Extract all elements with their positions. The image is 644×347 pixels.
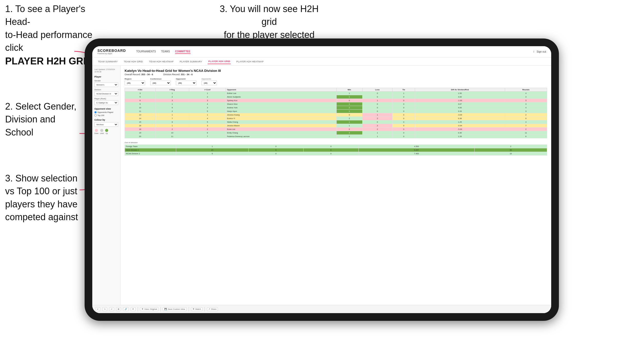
save-custom-btn[interactable]: 💾 Save Custom View [163, 307, 186, 311]
instruction-3-top: 3. You will now see H2H grid for the pla… [213, 3, 326, 41]
ood-row: Foreign Team 100 4.5002 [125, 145, 547, 148]
division-select[interactable]: NCAA Division III [94, 91, 118, 96]
watch-icon: 👁 [193, 308, 195, 310]
table-row: 522 Alexis Sudjianto 100 4.003 [125, 95, 547, 99]
table-row: 1474 Eunice Yi 220 0.389 [125, 117, 547, 120]
main-content: Last Updated: 27/03/2024 16:55:38 Player… [92, 66, 551, 305]
col-diff: Diff Av Strokes/Rnd [415, 88, 505, 92]
gender-label: Gender [94, 80, 118, 82]
app-header: SCOREBOARD Powered by clippd TOURNAMENTS… [92, 46, 551, 57]
sign-out-link[interactable]: Sign out [537, 50, 546, 53]
colour-by-section: Colour by Win/loss Down Level [94, 119, 118, 134]
nav-committee[interactable]: COMMITTEE [175, 50, 190, 54]
region-select[interactable]: (All) [125, 81, 145, 85]
instruction-2: 2. Select Gender, Division and School [5, 100, 87, 139]
table-row: 914 Sharon Mun 100 3.673 [125, 102, 547, 106]
table-row: 1613 Jessica Mason 120 -0.947 [125, 124, 547, 128]
redo-btn[interactable]: ↪ [102, 307, 107, 311]
out-of-division-label: Out of division [125, 141, 547, 144]
col-opponent: Opponent [226, 88, 336, 92]
col-reg: # Reg [155, 88, 189, 92]
col-loss: Loss [362, 88, 393, 92]
watch-label: Watch [195, 308, 201, 310]
opponents-filter: Opponents: (All) [202, 78, 217, 85]
table-row: 1063 Andrea York 200 4.004 [125, 106, 547, 110]
region-filter: Region (All) [125, 78, 145, 85]
col-rounds: Rounds [505, 88, 547, 92]
nav-teams[interactable]: TEAMS [161, 50, 170, 54]
legend-dot-up [105, 129, 108, 132]
header-right: i Sign out [534, 50, 546, 53]
content-area: Katelyn Vo Head-to-Head Grid for Women's… [120, 66, 551, 305]
h2h-table: # Div # Reg # Conf Opponent Win Loss Tie… [125, 88, 547, 138]
player-section-title: Player [94, 75, 118, 78]
legend-down-label: Down [94, 132, 99, 134]
main-nav: TOURNAMENTS TEAMS COMMITTEE [136, 50, 190, 54]
instruction-1: 1. To see a Player's Head- to-Head perfo… [5, 3, 97, 68]
subnav-player-summary[interactable]: PLAYER SUMMARY [179, 59, 203, 64]
main-table-section: # Div # Reg # Conf Opponent Win Loss Tie… [125, 88, 547, 138]
out-of-division-section: Out of division Foreign Team 100 4.5002 … [125, 141, 547, 156]
share-btn[interactable]: ↗ Share [207, 307, 218, 311]
opponent-label: Opponent [176, 78, 196, 80]
page-subtitle: Overall Record: 353 - 34 - 6 Division Re… [125, 73, 547, 76]
col-win: Win [336, 88, 362, 92]
tablet-frame: SCOREBOARD Powered by clippd TOURNAMENTS… [85, 38, 559, 321]
legend-level: Level [100, 129, 104, 134]
player-rank-label: Player (Rank) [94, 98, 118, 100]
radio-group: Opponents Played Top 100 [94, 111, 118, 117]
opponents-select[interactable]: (All) [202, 81, 217, 85]
refresh-btn[interactable]: ⟳ [131, 307, 136, 311]
subnav-player-heatmap[interactable]: PLAYER H2H HEATMAP [236, 59, 264, 64]
col-conf: # Conf [189, 88, 226, 92]
player-rank-select[interactable]: 8. Katelyn Vo [94, 100, 118, 105]
subnav-team-heatmap[interactable]: TEAM H2H HEATMAP [148, 59, 174, 64]
conference-select[interactable]: (All) [150, 81, 171, 85]
division-record: Division Record: 331 - 34 - 6 [163, 73, 193, 76]
filters-row: Region (All) Conference (All) [125, 78, 547, 85]
opponent-select[interactable]: (All) [176, 81, 196, 85]
col-tie: Tie [393, 88, 415, 92]
logo-sub: Powered by clippd [97, 53, 126, 55]
view-original-btn[interactable]: 👁 View: Original [140, 307, 158, 311]
radio-opponents-played[interactable]: Opponents Played [94, 111, 118, 113]
table-row: 311 Esther Lee 101 1.504 [125, 92, 547, 95]
sidebar: Last Updated: 27/03/2024 16:55:38 Player… [92, 66, 120, 305]
subnav-team-h2h[interactable]: TEAM H2H GRID [123, 59, 143, 64]
link-btn[interactable]: 🔗 [123, 307, 129, 311]
opponent-filter: Opponent (All) [176, 78, 196, 85]
undo2-btn[interactable]: ↩ [109, 307, 114, 311]
legend-down: Down [94, 129, 99, 134]
logo: SCOREBOARD Powered by clippd [97, 49, 126, 55]
legend-up-label: Up [106, 132, 108, 134]
table-row: 1311 Jessica Huang 010 -3.002 [125, 113, 547, 117]
colour-by-label: Colour by [94, 119, 118, 121]
colour-legend: Down Level Up [94, 129, 118, 134]
save-icon: 💾 [164, 308, 167, 310]
grid-btn[interactable]: ⊞ [116, 307, 121, 311]
radio-top100[interactable]: Top 100 [94, 114, 118, 117]
gender-select[interactable]: Women's [94, 82, 118, 87]
legend-dot-level [100, 129, 103, 132]
ood-row: NCAA Division 2 500 7.40010 [125, 152, 547, 156]
watch-btn[interactable]: 👁 Watch [191, 307, 203, 311]
table-row: 20117 Federica Domecq Lacroze 210 1.336 [125, 135, 547, 138]
undo-btn[interactable]: ↩ [95, 307, 100, 311]
logo-text: SCOREBOARD [97, 49, 126, 53]
subnav-team-summary[interactable]: TEAM SUMMARY [97, 59, 118, 64]
instruction-3-bottom: 3. Show selection vs Top 100 or just pla… [5, 172, 87, 224]
share-label: Share [211, 308, 216, 310]
legend-level-label: Level [100, 132, 104, 134]
nav-tournaments[interactable]: TOURNAMENTS [136, 50, 156, 54]
info-icon[interactable]: i [534, 50, 534, 53]
overall-record: Overall Record: 353 - 34 - 6 [125, 73, 153, 76]
table-row: 1585 Stella Cheng 100 1.254 [125, 120, 547, 124]
app-container: SCOREBOARD Powered by clippd TOURNAMENTS… [92, 46, 551, 313]
timestamp: Last Updated: 27/03/2024 16:55:38 [94, 68, 118, 73]
ood-row: NAIA Division 1 1500 9.26730 [125, 148, 547, 152]
colour-by-select[interactable]: Win/loss [94, 122, 118, 127]
tablet-screen: SCOREBOARD Powered by clippd TOURNAMENTS… [92, 46, 551, 313]
legend-dot-down [95, 129, 98, 132]
subnav-player-h2h[interactable]: PLAYER H2H GRID [208, 59, 231, 64]
view-original-label: View: Original [144, 308, 157, 310]
